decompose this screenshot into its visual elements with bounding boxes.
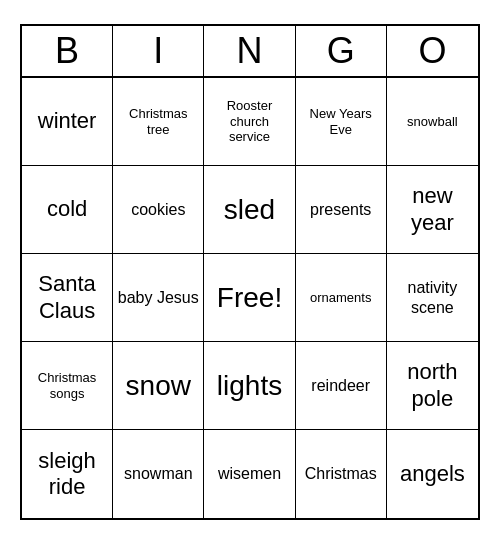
header-letter: N: [204, 26, 295, 76]
cell-text: north pole: [391, 359, 474, 412]
bingo-cell: snow: [113, 342, 204, 430]
cell-text: Christmas songs: [26, 370, 108, 401]
bingo-cell: presents: [296, 166, 387, 254]
cell-text: presents: [310, 200, 371, 219]
cell-text: snow: [126, 369, 191, 403]
bingo-cell: sled: [204, 166, 295, 254]
header-letter: O: [387, 26, 478, 76]
cell-text: nativity scene: [391, 278, 474, 316]
bingo-grid: winterChristmas treeRooster church servi…: [22, 78, 478, 518]
bingo-header: BINGO: [22, 26, 478, 78]
cell-text: winter: [38, 108, 97, 134]
bingo-cell: cookies: [113, 166, 204, 254]
cell-text: baby Jesus: [118, 288, 199, 307]
bingo-cell: angels: [387, 430, 478, 518]
bingo-card: BINGO winterChristmas treeRooster church…: [20, 24, 480, 520]
cell-text: snowball: [407, 114, 458, 130]
cell-text: Christmas tree: [117, 106, 199, 137]
bingo-cell: Santa Claus: [22, 254, 113, 342]
cell-text: Christmas: [305, 464, 377, 483]
bingo-cell: New Years Eve: [296, 78, 387, 166]
cell-text: New Years Eve: [300, 106, 382, 137]
cell-text: sled: [224, 193, 275, 227]
cell-text: reindeer: [311, 376, 370, 395]
cell-text: sleigh ride: [26, 448, 108, 501]
bingo-cell: Christmas: [296, 430, 387, 518]
bingo-cell: winter: [22, 78, 113, 166]
cell-text: angels: [400, 461, 465, 487]
cell-text: Free!: [217, 281, 282, 315]
bingo-cell: lights: [204, 342, 295, 430]
cell-text: snowman: [124, 464, 192, 483]
bingo-cell: new year: [387, 166, 478, 254]
bingo-cell: wisemen: [204, 430, 295, 518]
cell-text: cookies: [131, 200, 185, 219]
bingo-cell: Christmas tree: [113, 78, 204, 166]
bingo-cell: Christmas songs: [22, 342, 113, 430]
bingo-cell: Rooster church service: [204, 78, 295, 166]
cell-text: ornaments: [310, 290, 371, 306]
bingo-cell: Free!: [204, 254, 295, 342]
bingo-cell: sleigh ride: [22, 430, 113, 518]
cell-text: cold: [47, 196, 87, 222]
bingo-cell: nativity scene: [387, 254, 478, 342]
cell-text: wisemen: [218, 464, 281, 483]
cell-text: Rooster church service: [208, 98, 290, 145]
bingo-cell: snowball: [387, 78, 478, 166]
bingo-cell: ornaments: [296, 254, 387, 342]
cell-text: new year: [391, 183, 474, 236]
bingo-cell: snowman: [113, 430, 204, 518]
cell-text: Santa Claus: [26, 271, 108, 324]
bingo-cell: reindeer: [296, 342, 387, 430]
bingo-cell: north pole: [387, 342, 478, 430]
header-letter: I: [113, 26, 204, 76]
bingo-cell: cold: [22, 166, 113, 254]
header-letter: B: [22, 26, 113, 76]
bingo-cell: baby Jesus: [113, 254, 204, 342]
cell-text: lights: [217, 369, 282, 403]
header-letter: G: [296, 26, 387, 76]
